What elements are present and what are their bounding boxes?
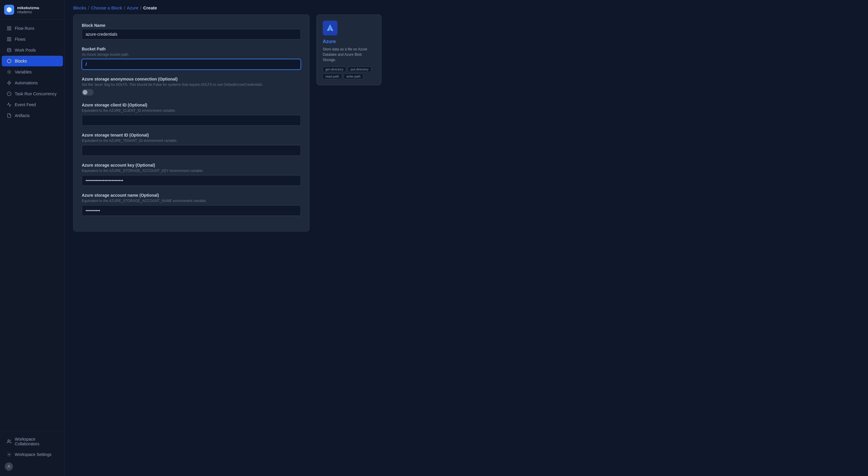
sidebar-item-task-run-concurrency[interactable]: Task Run Concurrency [2, 89, 63, 99]
blocks-label: Blocks [15, 59, 27, 63]
client-id-description: Equivalent to the AZURE_CLIENT_ID enviro… [82, 108, 301, 113]
sidebar-item-automations[interactable]: Automations [2, 77, 63, 88]
variables-icon [6, 69, 12, 75]
block-name-input[interactable] [82, 29, 301, 39]
tag-get-directory: get-directory [323, 67, 346, 72]
workspace-collaborators-label: Workspace Collaborators [15, 437, 58, 446]
anon-connection-toggle[interactable] [82, 89, 94, 96]
client-id-field: Azure storage client ID (Optional) Equiv… [82, 103, 301, 126]
breadcrumb-sep-2: / [124, 5, 125, 10]
svg-rect-3 [9, 29, 11, 30]
form-main: Block Name Bucket Path An Azure storage … [73, 14, 309, 464]
tag-put-directory: put-directory [348, 67, 371, 72]
svg-rect-0 [7, 27, 9, 28]
svg-point-13 [8, 465, 10, 467]
settings-icon [6, 452, 12, 457]
block-name-label: Block Name [82, 23, 301, 28]
block-name-field: Block Name [82, 23, 301, 39]
sidebar-item-event-feed[interactable]: Event Feed [2, 99, 63, 110]
account-key-field: Azure storage account key (Optional) Equ… [82, 163, 301, 186]
breadcrumb-create: Create [143, 5, 157, 10]
client-id-label: Azure storage client ID (Optional) [82, 103, 301, 107]
toggle-wrap [82, 89, 301, 96]
sidebar-item-flow-runs[interactable]: Flow Runs [2, 23, 63, 34]
app-logo [4, 5, 14, 15]
sidebar-item-workspace-settings[interactable]: Workspace Settings [2, 449, 63, 460]
sidebar-item-variables[interactable]: Variables [2, 67, 63, 77]
work-pools-label: Work Pools [15, 48, 36, 53]
account-name-field: Azure storage account name (Optional) Eq… [82, 193, 301, 216]
tag-read-path: read-path [323, 74, 342, 79]
sidebar: mikekutzma mtademo Flow Runs Flows [0, 0, 65, 476]
tenant-id-field: Azure storage tenant ID (Optional) Equiv… [82, 133, 301, 156]
form-card: Block Name Bucket Path An Azure storage … [73, 14, 309, 232]
svg-rect-4 [7, 37, 9, 39]
blocks-icon [6, 58, 12, 64]
client-id-input[interactable] [82, 115, 301, 126]
account-key-description: Equivalent to the AZURE_STORAGE_ACCOUNT_… [82, 169, 301, 173]
info-card-description: Store data as a file on Azure Datalake a… [323, 46, 375, 63]
sidebar-item-workspace-collaborators[interactable]: Workspace Collaborators [2, 434, 63, 449]
bucket-path-description: An Azure storage bucket path. [82, 53, 301, 57]
account-key-label: Azure storage account key (Optional) [82, 163, 301, 168]
sidebar-item-work-pools[interactable]: Work Pools [2, 45, 63, 56]
anon-connection-description: Set the 'anon' flag for ADLFS. This shou… [82, 82, 301, 87]
flow-runs-label: Flow Runs [15, 26, 34, 31]
info-card-title: Azure [323, 39, 375, 44]
event-feed-icon [6, 102, 12, 107]
automations-icon [6, 80, 12, 86]
tag-write-path: write-path [344, 74, 363, 79]
account-name-input[interactable] [82, 205, 301, 216]
svg-rect-5 [9, 37, 11, 39]
breadcrumb-azure[interactable]: Azure [127, 5, 138, 10]
anon-connection-label: Azure storage anonymous connection (Opti… [82, 77, 301, 81]
azure-block-icon [323, 21, 337, 35]
breadcrumb-sep-1: / [88, 5, 89, 10]
svg-point-9 [9, 72, 10, 73]
svg-rect-6 [7, 39, 9, 41]
breadcrumb: Blocks / Choose a Block / Azure / Create [65, 0, 868, 14]
svg-rect-1 [9, 27, 11, 28]
artifacts-label: Artifacts [15, 113, 30, 118]
collaborators-icon [6, 439, 12, 444]
svg-rect-2 [7, 29, 9, 30]
form-area: Block Name Bucket Path An Azure storage … [65, 14, 868, 476]
sidebar-bottom: Workspace Collaborators Workspace Settin… [0, 431, 65, 476]
svg-point-11 [8, 440, 9, 441]
task-run-concurrency-label: Task Run Concurrency [15, 92, 57, 96]
breadcrumb-blocks[interactable]: Blocks [73, 5, 86, 10]
info-card: Azure Store data as a file on Azure Data… [316, 14, 381, 85]
sidebar-item-blocks[interactable]: Blocks [2, 56, 63, 66]
task-run-concurrency-icon [6, 91, 12, 96]
variables-label: Variables [15, 70, 32, 74]
sidebar-nav: Flow Runs Flows Work Pools [0, 20, 65, 431]
svg-point-8 [7, 48, 11, 49]
anon-connection-field: Azure storage anonymous connection (Opti… [82, 77, 301, 96]
user-avatar[interactable] [5, 463, 13, 471]
sidebar-item-flows[interactable]: Flows [2, 34, 63, 44]
svg-rect-7 [9, 39, 11, 41]
sidebar-header: mikekutzma mtademo [0, 0, 65, 20]
account-name-label: Azure storage account name (Optional) [82, 193, 301, 198]
flows-icon [6, 37, 12, 42]
bucket-path-field: Bucket Path An Azure storage bucket path… [82, 46, 301, 70]
flows-label: Flows [15, 37, 26, 42]
sidebar-item-artifacts[interactable]: Artifacts [2, 110, 63, 121]
account-key-input[interactable] [82, 175, 301, 186]
event-feed-label: Event Feed [15, 102, 36, 107]
account-name-description: Equivalent to the AZURE_STORAGE_ACCOUNT_… [82, 199, 301, 203]
tag-list: get-directory put-directory read-path wr… [323, 67, 375, 79]
tenant-id-label: Azure storage tenant ID (Optional) [82, 133, 301, 137]
work-pools-icon [6, 47, 12, 53]
username: mikekutzma [17, 6, 39, 10]
tenant-id-input[interactable] [82, 145, 301, 156]
bucket-path-input[interactable] [82, 59, 301, 70]
flow-runs-icon [6, 26, 12, 31]
tenant-id-description: Equivalent to the AZURE_TENANT_ID enviro… [82, 139, 301, 143]
workspace-name: mtademo [17, 10, 39, 14]
breadcrumb-choose-a-block[interactable]: Choose a Block [91, 5, 122, 10]
artifacts-icon [6, 113, 12, 118]
automations-label: Automations [15, 80, 38, 85]
breadcrumb-sep-3: / [140, 5, 142, 10]
svg-point-12 [8, 454, 10, 455]
